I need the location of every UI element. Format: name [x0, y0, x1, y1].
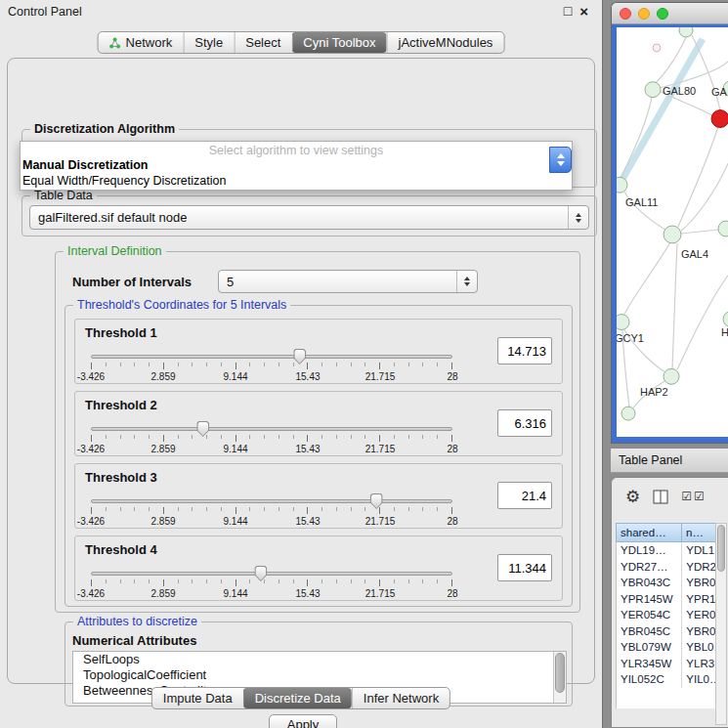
- threshold-slider[interactable]: -3.4262.8599.14415.4321.71528: [91, 421, 452, 454]
- table-row[interactable]: YDL19…YDL1…: [617, 542, 717, 559]
- table-row[interactable]: YIL052CYIL0…: [617, 671, 717, 688]
- table-cell[interactable]: YBR0…: [682, 575, 717, 591]
- slider-scale-labels: -3.4262.8599.14415.4321.71528: [91, 371, 452, 382]
- combo-arrows-icon[interactable]: [456, 271, 477, 292]
- attribute-item-selfloops[interactable]: SelfLoops: [73, 652, 566, 667]
- threshold-value-input[interactable]: [497, 337, 552, 364]
- table-cell[interactable]: YPR145W: [617, 591, 682, 608]
- table-cell[interactable]: YER0…: [682, 607, 717, 623]
- scale-label: 28: [447, 444, 457, 454]
- numerical-attributes-label: Numerical Attributes: [72, 633, 196, 648]
- table-cell[interactable]: YBR043C: [617, 575, 682, 591]
- table-cell[interactable]: YPR1…: [682, 591, 717, 608]
- table-row[interactable]: YBR045CYBR0…: [617, 623, 717, 640]
- tab-cyni-toolbox[interactable]: Cyni Toolbox: [291, 32, 386, 53]
- threshold-label: Threshold 4: [85, 542, 157, 557]
- tab-select[interactable]: Select: [234, 32, 291, 53]
- minimize-traffic-light-icon[interactable]: [638, 8, 650, 20]
- node-gal11[interactable]: [617, 177, 627, 193]
- close-traffic-light-icon[interactable]: [620, 8, 631, 20]
- close-icon[interactable]: ×: [579, 3, 588, 20]
- slider-track[interactable]: [91, 499, 452, 503]
- algorithm-combo-stepper[interactable]: [549, 147, 572, 173]
- table-cell[interactable]: YLR3…: [682, 656, 717, 672]
- table-data-combo[interactable]: galFiltered.sif default node: [29, 205, 589, 230]
- scale-label: 21.715: [365, 588, 396, 599]
- attribute-item-topologicalcoefficient[interactable]: TopologicalCoefficient: [73, 667, 566, 683]
- table-row[interactable]: YBL079WYBL0…: [617, 639, 717, 656]
- node[interactable]: [718, 221, 728, 236]
- select-all-icons[interactable]: ☑ ☑: [681, 491, 705, 502]
- table-cell[interactable]: YBL079W: [617, 639, 682, 656]
- table-cell[interactable]: YDL1…: [682, 542, 717, 559]
- tab-label: Infer Network: [364, 691, 439, 706]
- node-gal80[interactable]: [645, 82, 661, 98]
- node-h[interactable]: [723, 312, 728, 327]
- threshold-value-input[interactable]: [497, 409, 552, 437]
- slider-thumb[interactable]: [196, 421, 209, 437]
- node-gal4[interactable]: [664, 226, 681, 243]
- column-header-name[interactable]: n…: [682, 523, 717, 542]
- table-row[interactable]: YDR27…YDR2…: [617, 559, 717, 576]
- table-cell[interactable]: YER054C: [617, 607, 682, 623]
- tab-network[interactable]: Network: [99, 32, 184, 53]
- combo-arrows-icon[interactable]: [568, 206, 588, 229]
- network-canvas[interactable]: GAL80GAGAL11GAL4GCY1HHAP2: [617, 27, 728, 437]
- table-row[interactable]: YPR145WYPR1…: [617, 591, 717, 608]
- table-cell[interactable]: YDR2…: [682, 559, 717, 576]
- tab-infer-network[interactable]: Infer Network: [352, 688, 450, 708]
- table-cell[interactable]: YIL052C: [617, 671, 682, 688]
- dropdown-option-manual-discretization[interactable]: Manual Discretization: [21, 157, 572, 173]
- scale-label: 2.859: [150, 371, 175, 382]
- scrollbar-thumb[interactable]: [717, 525, 725, 572]
- threshold-value-input[interactable]: [497, 482, 552, 509]
- tab-impute-data[interactable]: Impute Data: [152, 688, 243, 708]
- node-gcy1[interactable]: [617, 315, 629, 330]
- table-scrollbar[interactable]: [715, 523, 727, 725]
- tab-discretize-data[interactable]: Discretize Data: [243, 688, 352, 708]
- table-cell[interactable]: YBR045C: [617, 623, 682, 640]
- threshold-slider[interactable]: -3.4262.8599.14415.4321.71528: [91, 566, 452, 599]
- table-panel-window: ⚙ ☑ ☑ shared… n… YDL19…YDL1…YDR27…YDR2…Y…: [611, 477, 728, 728]
- gear-icon[interactable]: ⚙: [625, 489, 640, 505]
- threshold-value-input[interactable]: [497, 554, 552, 581]
- tab-style[interactable]: Style: [183, 32, 234, 53]
- table-cell[interactable]: YIL0…: [682, 671, 717, 688]
- node-hap2[interactable]: [664, 368, 679, 384]
- columns-icon[interactable]: [653, 490, 668, 504]
- apply-button[interactable]: Apply: [269, 714, 337, 728]
- slider-track[interactable]: [91, 427, 452, 431]
- table-cell[interactable]: YLR345W: [617, 656, 682, 672]
- tab-jactivemnodules[interactable]: jActiveMNodules: [387, 32, 504, 53]
- zoom-traffic-light-icon[interactable]: [657, 8, 668, 20]
- scrollbar-thumb[interactable]: [555, 653, 565, 693]
- table-row[interactable]: YLR345WYLR3…: [617, 656, 717, 672]
- number-of-intervals-combo[interactable]: 5: [218, 270, 478, 293]
- control-panel-window: Control Panel □ × NetworkStyleSelectCyni…: [0, 0, 603, 728]
- slider-track[interactable]: [91, 572, 452, 576]
- threshold-slider[interactable]: -3.4262.8599.14415.4321.71528: [91, 349, 452, 382]
- scale-label: 2.859: [150, 516, 175, 527]
- node[interactable]: [679, 27, 693, 37]
- dropdown-option-equal-width-frequency-discretization[interactable]: Equal Width/Frequency Discretization: [21, 173, 572, 189]
- table-cell[interactable]: YDL19…: [617, 542, 682, 559]
- node[interactable]: [653, 44, 661, 52]
- node[interactable]: [711, 110, 728, 128]
- table-cell[interactable]: YDR27…: [617, 559, 682, 576]
- threshold-slider[interactable]: -3.4262.8599.14415.4321.71528: [91, 493, 452, 527]
- slider-thumb[interactable]: [370, 493, 383, 509]
- table-cell[interactable]: YBL0…: [682, 639, 717, 656]
- table-cell[interactable]: YBR0…: [682, 623, 717, 640]
- threshold-label: Threshold 1: [85, 325, 157, 340]
- slider-thumb[interactable]: [293, 349, 306, 364]
- slider-thumb[interactable]: [254, 566, 267, 581]
- node[interactable]: [621, 407, 635, 420]
- tab-label: Style: [194, 35, 223, 50]
- column-header-shared-name[interactable]: shared…: [616, 523, 682, 542]
- table-row[interactable]: YER054CYER0…: [617, 607, 717, 623]
- minimize-icon[interactable]: □: [564, 3, 572, 20]
- attributes-scrollbar[interactable]: [553, 652, 566, 703]
- table-row[interactable]: YBR043CYBR0…: [617, 575, 717, 591]
- slider-track[interactable]: [91, 355, 452, 359]
- scale-label: 15.43: [295, 371, 320, 382]
